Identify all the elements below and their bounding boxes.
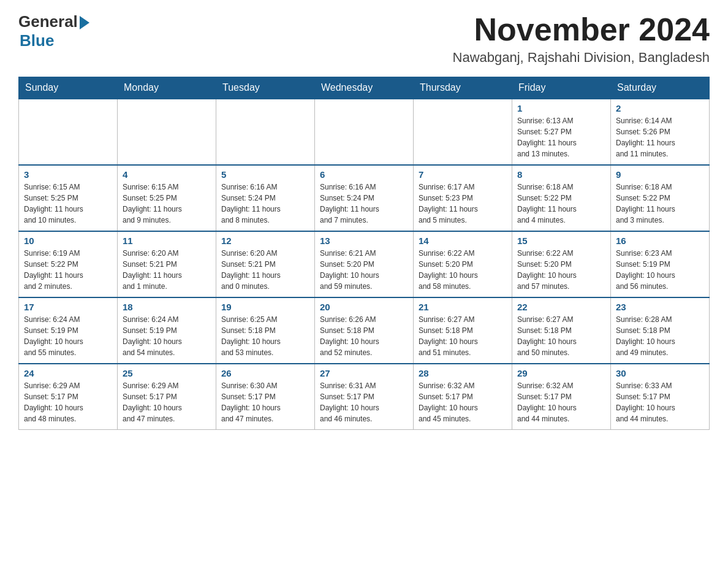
day-number: 20: [320, 302, 408, 312]
day-info: Sunrise: 6:24 AMSunset: 5:19 PMDaylight:…: [123, 314, 211, 358]
calendar-cell: [315, 99, 414, 165]
day-number: 25: [123, 368, 211, 378]
weekday-header-monday: Monday: [118, 77, 216, 99]
calendar-cell: 30Sunrise: 6:33 AMSunset: 5:17 PMDayligh…: [611, 364, 710, 430]
week-row-2: 3Sunrise: 6:15 AMSunset: 5:25 PMDaylight…: [19, 165, 710, 231]
day-info: Sunrise: 6:18 AMSunset: 5:22 PMDaylight:…: [517, 182, 605, 226]
calendar-table: SundayMondayTuesdayWednesdayThursdayFrid…: [18, 77, 710, 430]
calendar-cell: 6Sunrise: 6:16 AMSunset: 5:24 PMDaylight…: [315, 165, 414, 231]
calendar-cell: 15Sunrise: 6:22 AMSunset: 5:20 PMDayligh…: [512, 231, 611, 297]
day-number: 14: [419, 236, 507, 246]
day-info: Sunrise: 6:17 AMSunset: 5:23 PMDaylight:…: [419, 182, 507, 226]
day-info: Sunrise: 6:15 AMSunset: 5:25 PMDaylight:…: [123, 182, 211, 226]
week-row-4: 17Sunrise: 6:24 AMSunset: 5:19 PMDayligh…: [19, 297, 710, 364]
calendar-cell: 20Sunrise: 6:26 AMSunset: 5:18 PMDayligh…: [315, 297, 414, 364]
day-number: 5: [221, 169, 309, 180]
day-number: 27: [320, 368, 408, 378]
calendar-cell: 4Sunrise: 6:15 AMSunset: 5:25 PMDaylight…: [118, 165, 216, 231]
day-info: Sunrise: 6:21 AMSunset: 5:20 PMDaylight:…: [320, 248, 408, 292]
calendar-cell: 25Sunrise: 6:29 AMSunset: 5:17 PMDayligh…: [118, 364, 216, 430]
logo: General Blue: [18, 12, 89, 50]
calendar-cell: 24Sunrise: 6:29 AMSunset: 5:17 PMDayligh…: [19, 364, 118, 430]
day-info: Sunrise: 6:22 AMSunset: 5:20 PMDaylight:…: [517, 248, 605, 292]
day-number: 10: [24, 236, 112, 246]
day-number: 26: [221, 368, 309, 378]
day-info: Sunrise: 6:20 AMSunset: 5:21 PMDaylight:…: [123, 248, 211, 292]
location-subtitle: Nawabganj, Rajshahi Division, Bangladesh: [453, 50, 710, 66]
weekday-header-saturday: Saturday: [611, 77, 710, 99]
day-number: 13: [320, 236, 408, 246]
calendar-cell: 22Sunrise: 6:27 AMSunset: 5:18 PMDayligh…: [512, 297, 611, 364]
day-info: Sunrise: 6:32 AMSunset: 5:17 PMDaylight:…: [419, 380, 507, 424]
calendar-header-row: SundayMondayTuesdayWednesdayThursdayFrid…: [19, 77, 710, 99]
calendar-cell: 28Sunrise: 6:32 AMSunset: 5:17 PMDayligh…: [414, 364, 512, 430]
calendar-cell: 5Sunrise: 6:16 AMSunset: 5:24 PMDaylight…: [216, 165, 315, 231]
calendar-cell: 13Sunrise: 6:21 AMSunset: 5:20 PMDayligh…: [315, 231, 414, 297]
weekday-header-friday: Friday: [512, 77, 611, 99]
calendar-cell: 18Sunrise: 6:24 AMSunset: 5:19 PMDayligh…: [118, 297, 216, 364]
day-number: 9: [616, 169, 704, 180]
day-info: Sunrise: 6:29 AMSunset: 5:17 PMDaylight:…: [123, 380, 211, 424]
calendar-cell: 11Sunrise: 6:20 AMSunset: 5:21 PMDayligh…: [118, 231, 216, 297]
day-info: Sunrise: 6:31 AMSunset: 5:17 PMDaylight:…: [320, 380, 408, 424]
day-number: 22: [517, 302, 605, 312]
day-info: Sunrise: 6:20 AMSunset: 5:21 PMDaylight:…: [221, 248, 309, 292]
calendar-cell: 17Sunrise: 6:24 AMSunset: 5:19 PMDayligh…: [19, 297, 118, 364]
calendar-cell: 19Sunrise: 6:25 AMSunset: 5:18 PMDayligh…: [216, 297, 315, 364]
day-number: 15: [517, 236, 605, 246]
calendar-cell: 7Sunrise: 6:17 AMSunset: 5:23 PMDaylight…: [414, 165, 512, 231]
logo-blue-text: Blue: [20, 31, 54, 50]
logo-triangle-icon: [80, 16, 89, 29]
day-number: 11: [123, 236, 211, 246]
day-info: Sunrise: 6:27 AMSunset: 5:18 PMDaylight:…: [517, 314, 605, 358]
day-number: 8: [517, 169, 605, 180]
calendar-cell: 1Sunrise: 6:13 AMSunset: 5:27 PMDaylight…: [512, 99, 611, 165]
day-info: Sunrise: 6:22 AMSunset: 5:20 PMDaylight:…: [419, 248, 507, 292]
calendar-cell: 14Sunrise: 6:22 AMSunset: 5:20 PMDayligh…: [414, 231, 512, 297]
day-number: 28: [419, 368, 507, 378]
day-number: 17: [24, 302, 112, 312]
day-info: Sunrise: 6:19 AMSunset: 5:22 PMDaylight:…: [24, 248, 112, 292]
calendar-cell: 21Sunrise: 6:27 AMSunset: 5:18 PMDayligh…: [414, 297, 512, 364]
day-number: 2: [616, 103, 704, 113]
day-number: 24: [24, 368, 112, 378]
month-year-title: November 2024: [453, 12, 710, 47]
calendar-cell: 29Sunrise: 6:32 AMSunset: 5:17 PMDayligh…: [512, 364, 611, 430]
calendar-cell: 16Sunrise: 6:23 AMSunset: 5:19 PMDayligh…: [611, 231, 710, 297]
weekday-header-wednesday: Wednesday: [315, 77, 414, 99]
day-info: Sunrise: 6:15 AMSunset: 5:25 PMDaylight:…: [24, 182, 112, 226]
week-row-3: 10Sunrise: 6:19 AMSunset: 5:22 PMDayligh…: [19, 231, 710, 297]
day-number: 6: [320, 169, 408, 180]
calendar-cell: [216, 99, 315, 165]
calendar-cell: 10Sunrise: 6:19 AMSunset: 5:22 PMDayligh…: [19, 231, 118, 297]
day-info: Sunrise: 6:29 AMSunset: 5:17 PMDaylight:…: [24, 380, 112, 424]
calendar-cell: 9Sunrise: 6:18 AMSunset: 5:22 PMDaylight…: [611, 165, 710, 231]
day-info: Sunrise: 6:30 AMSunset: 5:17 PMDaylight:…: [221, 380, 309, 424]
day-info: Sunrise: 6:18 AMSunset: 5:22 PMDaylight:…: [616, 182, 704, 226]
day-number: 4: [123, 169, 211, 180]
day-info: Sunrise: 6:27 AMSunset: 5:18 PMDaylight:…: [419, 314, 507, 358]
day-number: 19: [221, 302, 309, 312]
day-info: Sunrise: 6:25 AMSunset: 5:18 PMDaylight:…: [221, 314, 309, 358]
day-number: 18: [123, 302, 211, 312]
day-number: 3: [24, 169, 112, 180]
week-row-1: 1Sunrise: 6:13 AMSunset: 5:27 PMDaylight…: [19, 99, 710, 165]
weekday-header-tuesday: Tuesday: [216, 77, 315, 99]
week-row-5: 24Sunrise: 6:29 AMSunset: 5:17 PMDayligh…: [19, 364, 710, 430]
day-number: 12: [221, 236, 309, 246]
day-number: 29: [517, 368, 605, 378]
day-info: Sunrise: 6:26 AMSunset: 5:18 PMDaylight:…: [320, 314, 408, 358]
calendar-cell: [19, 99, 118, 165]
day-number: 7: [419, 169, 507, 180]
calendar-cell: 8Sunrise: 6:18 AMSunset: 5:22 PMDaylight…: [512, 165, 611, 231]
day-number: 30: [616, 368, 704, 378]
calendar-cell: 12Sunrise: 6:20 AMSunset: 5:21 PMDayligh…: [216, 231, 315, 297]
page-header: General Blue November 2024 Nawabganj, Ra…: [18, 12, 710, 66]
day-info: Sunrise: 6:16 AMSunset: 5:24 PMDaylight:…: [320, 182, 408, 226]
logo-general-text: General: [18, 12, 78, 31]
day-info: Sunrise: 6:14 AMSunset: 5:26 PMDaylight:…: [616, 115, 704, 159]
calendar-cell: 23Sunrise: 6:28 AMSunset: 5:18 PMDayligh…: [611, 297, 710, 364]
weekday-header-sunday: Sunday: [19, 77, 118, 99]
day-number: 23: [616, 302, 704, 312]
calendar-cell: 2Sunrise: 6:14 AMSunset: 5:26 PMDaylight…: [611, 99, 710, 165]
